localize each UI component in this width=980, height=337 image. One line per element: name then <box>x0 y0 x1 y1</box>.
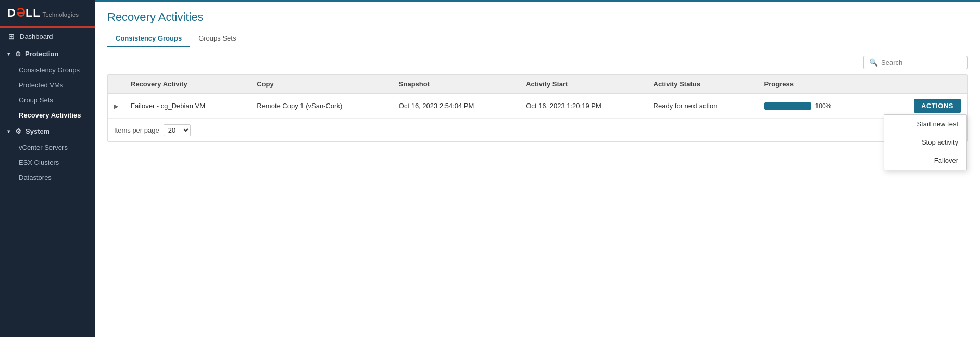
col-copy: Copy <box>250 75 393 94</box>
brand-sub: Technologies <box>42 11 79 18</box>
sidebar-section-protection[interactable]: ▾ ⊙ Protection <box>0 45 95 62</box>
cell-copy: Remote Copy 1 (vSan-Cork) <box>250 94 393 119</box>
esx-clusters-label: ESX Clusters <box>19 159 59 166</box>
sidebar-item-protected-vms[interactable]: Protected VMs <box>0 77 95 93</box>
row-expand-icon[interactable]: ▶ <box>114 103 118 109</box>
tab-groups-sets[interactable]: Groups Sets <box>190 30 244 47</box>
protection-chevron-icon: ▾ <box>7 51 10 57</box>
progress-bar-container: 100% <box>764 102 867 110</box>
progress-bar-bg <box>764 102 811 110</box>
cell-snapshot: Oct 16, 2023 2:54:04 PM <box>393 94 520 119</box>
dashboard-icon: ⊞ <box>7 32 16 41</box>
col-actions-header <box>873 75 967 94</box>
tabs-bar: Consistency Groups Groups Sets <box>107 30 968 47</box>
datastores-label: Datastores <box>19 174 52 182</box>
data-table-container: Recovery Activity Copy Snapshot Activity… <box>107 74 968 142</box>
table-header-row: Recovery Activity Copy Snapshot Activity… <box>108 75 967 94</box>
dropdown-item-stop-activity[interactable]: Stop activity <box>884 133 966 151</box>
search-icon: 🔍 <box>869 58 878 67</box>
col-recovery-activity: Recovery Activity <box>124 75 250 94</box>
cell-actions: ACTIONS Start new test Stop activity <box>873 94 967 119</box>
expand-cell[interactable]: ▶ <box>108 94 124 119</box>
progress-bar-fill <box>764 102 811 110</box>
protected-vms-label: Protected VMs <box>19 81 63 89</box>
dropdown-item-start-new-test[interactable]: Start new test <box>884 115 966 133</box>
sidebar-system-label: System <box>26 127 49 135</box>
sidebar-item-consistency-groups[interactable]: Consistency Groups <box>0 62 95 77</box>
sidebar-section-system[interactable]: ▾ ⚙ System <box>0 123 95 140</box>
sidebar-item-datastores[interactable]: Datastores <box>0 170 95 185</box>
recovery-activities-table: Recovery Activity Copy Snapshot Activity… <box>108 75 967 119</box>
pagination-row: Items per page 20 50 100 1 Recovery acti… <box>108 119 967 141</box>
system-icon: ⚙ <box>15 127 21 135</box>
cell-recovery-activity: Failover - cg_Debian VM <box>124 94 250 119</box>
toolbar: 🔍 <box>107 56 968 69</box>
sidebar-item-vcenter-servers[interactable]: vCenter Servers <box>0 140 95 155</box>
progress-label: 100% <box>815 102 832 110</box>
page-title: Recovery Activities <box>107 10 968 24</box>
sidebar-item-esx-clusters[interactable]: ESX Clusters <box>0 155 95 170</box>
table-row: ▶ Failover - cg_Debian VM Remote Copy 1 … <box>108 94 967 119</box>
col-snapshot: Snapshot <box>393 75 520 94</box>
cell-progress: 100% <box>758 94 873 119</box>
sidebar-dashboard-label: Dashboard <box>20 33 53 41</box>
main-content: Recovery Activities Consistency Groups G… <box>95 0 980 337</box>
search-box[interactable]: 🔍 <box>863 56 968 69</box>
cell-activity-start: Oct 16, 2023 1:20:19 PM <box>520 94 647 119</box>
search-input[interactable] <box>881 59 962 67</box>
col-activity-status: Activity Status <box>647 75 758 94</box>
actions-button[interactable]: ACTIONS <box>914 99 961 113</box>
group-sets-label: Group Sets <box>19 96 53 104</box>
items-per-page-label: Items per page <box>114 126 159 134</box>
consistency-groups-label: Consistency Groups <box>19 66 80 74</box>
actions-dropdown-menu: Start new test Stop activity Failover <box>884 114 967 170</box>
content-area: Recovery Activities Consistency Groups G… <box>95 2 980 337</box>
col-progress: Progress <box>758 75 873 94</box>
brand-name: DƏLL <box>7 6 41 19</box>
dropdown-item-failover[interactable]: Failover <box>884 151 966 170</box>
recovery-activities-label: Recovery Activities <box>19 111 81 119</box>
sidebar-item-group-sets[interactable]: Group Sets <box>0 93 95 108</box>
sidebar: DƏLL Technologies ⊞ Dashboard ▾ ⊙ Protec… <box>0 0 95 337</box>
sidebar-item-recovery-activities[interactable]: Recovery Activities <box>0 108 95 123</box>
sidebar-protection-label: Protection <box>25 50 58 58</box>
cell-activity-status: Ready for next action <box>647 94 758 119</box>
system-chevron-icon: ▾ <box>7 128 10 134</box>
sidebar-item-dashboard[interactable]: ⊞ Dashboard <box>0 28 95 45</box>
col-expand <box>108 75 124 94</box>
protection-icon: ⊙ <box>15 50 21 58</box>
brand-logo: DƏLL Technologies <box>0 0 95 28</box>
col-activity-start: Activity Start <box>520 75 647 94</box>
items-per-page-select[interactable]: 20 50 100 <box>164 124 191 136</box>
tab-consistency-groups[interactable]: Consistency Groups <box>107 30 190 47</box>
vcenter-servers-label: vCenter Servers <box>19 144 68 151</box>
